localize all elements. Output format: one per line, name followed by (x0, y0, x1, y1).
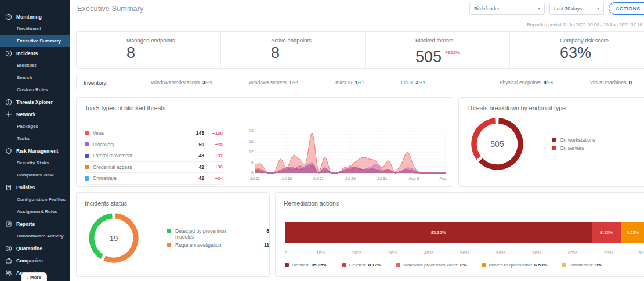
remediation-stacked-bar: 85.35%8.12%6.53% (285, 222, 644, 243)
top5-body: Virus148+130Discovery50+45Lateral moveme… (77, 128, 453, 185)
metrics-summary-card: Managed endpoints8Active endpoints8Block… (76, 31, 644, 69)
legend-row-lateral-movement: Lateral movement43+37 (85, 150, 223, 162)
sidebar-item-security-risks[interactable]: Security Risks (0, 157, 70, 169)
legend-label: Lateral movement (93, 153, 189, 158)
sidebar-item-risk-management[interactable]: Risk Management (0, 145, 70, 157)
sidebar-item-label: Risk Management (16, 148, 58, 154)
sidebar-item-companies[interactable]: Companies (0, 254, 70, 266)
period-select-value: Last 30 days (554, 6, 582, 12)
inventory-item-windows-servers: Windows servers1/+1 (249, 80, 299, 85)
accounts-icon (5, 269, 12, 276)
top5-legend: Virus148+130Discovery50+45Lateral moveme… (85, 128, 223, 185)
axis-tick-label: 40% (424, 250, 433, 255)
threats-donut-legend: On workstations322On servers183 (552, 135, 644, 153)
legend-swatch (85, 142, 89, 146)
legend-value: 50 (189, 142, 204, 147)
axis-tick-label: 70% (532, 250, 541, 255)
blocked-threats-area-chart: 06121824Jul 11Jul 16Jul 21Jul 26Jul 31Au… (246, 129, 448, 185)
sidebar-item-blocklist[interactable]: Blocklist (0, 59, 70, 71)
panel-title: Threats breakdown by endpoint type (459, 98, 644, 111)
sidebar-item-companies-view[interactable]: Companies View (0, 169, 70, 181)
sidebar-item-incidents[interactable]: Incidents (0, 47, 70, 59)
remediation-x-axis: 010%20%30%40%50%60%70%80%90%100% (285, 250, 644, 258)
axis-tick-label: 10% (316, 250, 325, 255)
sidebar-item-executive-summary[interactable]: Executive Summary (0, 35, 70, 47)
legend-delta: +130 (204, 131, 223, 136)
inventory-item-windows-workstations: Windows workstations3/+3 (151, 80, 212, 85)
sidebar-item-quarantine[interactable]: Quarantine (0, 242, 70, 254)
axis-tick-label: 80% (568, 250, 577, 255)
axis-tick-label: 20% (352, 250, 361, 255)
sidebar-item-dashboard[interactable]: Dashboard (0, 23, 70, 35)
sidebar-item-monitoring[interactable]: Monitoring (0, 10, 70, 23)
sidebar-item-ransomware-activity[interactable]: Ransomware Activity (0, 230, 70, 242)
bar-segment-deleted: 8.12% (592, 222, 621, 243)
svg-text:0: 0 (251, 171, 254, 175)
legend-label: Detected by prevention modules (175, 228, 239, 240)
sidebar-item-label: Tasks (17, 136, 30, 141)
bar-segment-label: 6.53% (627, 230, 639, 235)
sidebar-item-packages[interactable]: Packages (0, 120, 70, 132)
sidebar-item-network[interactable]: Network (0, 108, 70, 120)
inventory-item-macos: macOS1/+1 (335, 80, 364, 85)
sidebar-item-tasks[interactable]: Tasks (0, 132, 70, 145)
legend-label: Moved to quarantine: (489, 262, 533, 268)
company-select[interactable]: Bitdefender ▾ (469, 3, 545, 15)
legend-label: Discovery (93, 142, 189, 147)
threats-xplorer-icon (5, 99, 12, 106)
inventory-label: Inventory: (84, 80, 151, 86)
sidebar-item-configuration-profiles[interactable]: Configuration Profiles (0, 193, 70, 206)
sidebar-more-label: More (30, 275, 41, 280)
axis-tick-label: 60% (496, 250, 505, 255)
sidebar-item-reports[interactable]: Reports (0, 218, 70, 230)
legend-label: Malicious processes killed: (403, 262, 458, 268)
metric-value: 8 (271, 44, 365, 62)
svg-text:24: 24 (249, 129, 254, 133)
quarantine-icon (5, 245, 12, 252)
legend-label: Deleted: (349, 262, 367, 268)
legend-swatch (482, 263, 486, 267)
inventory-bar: Inventory: Windows workstations3/+3Windo… (76, 74, 644, 91)
metric-label: Active endpoints (271, 37, 365, 44)
legend-label: On workstations (560, 137, 595, 143)
sidebar-item-label: Configuration Profiles (17, 197, 66, 202)
charts-row-1: Top 5 types of blocked threats Virus148+… (76, 97, 644, 187)
sidebar-item-assignment-rules[interactable]: Assignment Rules (0, 206, 70, 218)
svg-text:Jul 31: Jul 31 (377, 176, 388, 181)
metric-active-endpoints: Active endpoints8 (221, 32, 366, 68)
legend-delta: +36 (204, 164, 223, 170)
sidebar-item-label: Custom Rules (17, 87, 48, 92)
network-icon (5, 111, 12, 118)
legend-swatch (552, 146, 556, 150)
sidebar-item-label: Threats Xplorer (16, 99, 53, 105)
sidebar-item-search[interactable]: Search (0, 71, 70, 84)
page-title: Executive Summary (77, 5, 465, 13)
panel-title: Incidents status (77, 193, 269, 207)
legend-label: Virus (93, 130, 189, 136)
inventory-item-physical-endpoints: Physical endpoints8/+8 (500, 80, 553, 85)
sidebar-item-custom-rules[interactable]: Custom Rules (0, 84, 70, 96)
sidebar-item-label: Dashboard (17, 26, 41, 31)
legend-value: 0% (460, 262, 467, 268)
legend-entry-deleted: Deleted:8.12% (342, 262, 381, 268)
bar-segment-moved-to-quarantine: 6.53% (621, 222, 644, 243)
svg-text:Aug 5: Aug 5 (409, 176, 419, 181)
legend-row-discovery: Discovery50+45 (85, 139, 223, 151)
inventory-delta: /+1 (292, 80, 298, 85)
incidents-donut-legend: Detected by prevention modules8Require i… (167, 226, 269, 250)
svg-text:6: 6 (251, 160, 254, 164)
sidebar-more-button[interactable]: ↓ More (21, 272, 47, 281)
sidebar-item-policies[interactable]: Policies (0, 181, 70, 193)
actions-button[interactable]: ACTIONS ▾ (609, 2, 644, 15)
legend-value: 85.35% (312, 262, 327, 268)
period-select[interactable]: Last 30 days ▾ (549, 3, 604, 15)
sidebar-item-threats-xplorer[interactable]: Threats Xplorer (0, 96, 70, 108)
incidents-icon (5, 50, 12, 57)
legend-row-credential-access: Credential access42+36 (85, 162, 223, 174)
inventory-divider (462, 78, 462, 87)
charts-row-2: Incidents status 19 Detected by preventi… (76, 192, 644, 277)
legend-label: Crimeware (93, 175, 189, 181)
main-content: Executive Summary Bitdefender ▾ Last 30 … (70, 0, 644, 281)
legend-entry-blocked: Blocked:85.35% (285, 262, 327, 268)
area-chart-wrap: 06121824Jul 11Jul 16Jul 21Jul 26Jul 31Au… (246, 128, 448, 185)
